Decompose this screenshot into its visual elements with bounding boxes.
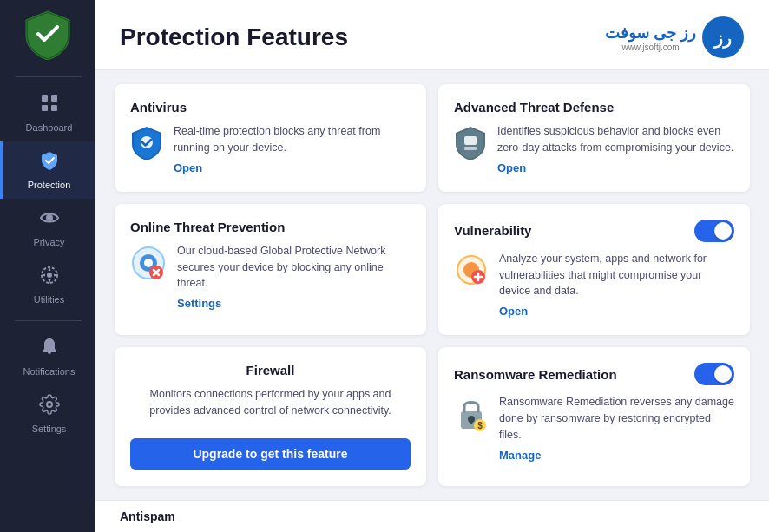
card-atd-link[interactable]: Open	[497, 161, 526, 174]
card-vulnerability-title: Vulnerability	[454, 223, 531, 238]
main-content: Protection Features رز جی سوفت www.jsoft…	[95, 0, 769, 532]
card-antivirus-title: Antivirus	[130, 100, 187, 115]
svg-rect-2	[42, 105, 48, 111]
card-ransomware-title: Ransomware Remediation	[454, 367, 617, 382]
antivirus-icon	[130, 125, 163, 163]
card-vulnerability-title-row: Vulnerability	[454, 220, 734, 242]
sidebar-item-privacy[interactable]: Privacy	[0, 199, 95, 256]
atd-icon	[454, 125, 487, 163]
sidebar-item-utilities-label: Utilities	[34, 294, 64, 305]
card-otp-title: Online Threat Prevention	[130, 220, 285, 234]
upgrade-button[interactable]: Upgrade to get this feature	[130, 438, 411, 470]
sidebar-item-settings[interactable]: Settings	[0, 385, 95, 443]
brand-logo: رز جی سوفت www.jsoftj.com رز	[605, 16, 745, 59]
card-ransomware-body: $ Ransomware Remediation reverses any da…	[454, 394, 734, 462]
utilities-icon	[39, 265, 60, 291]
card-firewall-body: Monitors connections performed by your a…	[130, 386, 411, 470]
card-atd: Advanced Threat Defense Identifies suspi…	[438, 84, 750, 192]
ransomware-toggle[interactable]	[694, 363, 734, 385]
svg-rect-24	[470, 419, 473, 424]
sidebar-item-notifications-label: Notifications	[23, 366, 76, 377]
notifications-icon	[39, 337, 60, 363]
sidebar-item-protection[interactable]: Protection	[0, 141, 95, 199]
sidebar-item-utilities[interactable]: Utilities	[0, 256, 95, 313]
card-antivirus-link[interactable]: Open	[174, 161, 202, 174]
svg-point-15	[144, 259, 153, 267]
card-antivirus-content: Real-time protection blocks any threat f…	[174, 123, 411, 175]
card-otp-text: Our cloud-based Global Protective Networ…	[177, 243, 411, 292]
sidebar-item-notifications[interactable]: Notifications	[0, 328, 95, 385]
card-otp-link[interactable]: Settings	[177, 297, 221, 310]
card-vulnerability-link[interactable]: Open	[499, 305, 528, 318]
card-ransomware: Ransomware Remediation $ Ransomware Reme…	[438, 347, 750, 486]
card-vulnerability-content: Analyze your system, apps and network fo…	[499, 251, 734, 319]
sidebar-divider-top	[15, 76, 82, 77]
card-antivirus-title-row: Antivirus	[130, 100, 411, 115]
brand-name: رز جی سوفت	[605, 23, 696, 43]
card-atd-title: Advanced Threat Defense	[454, 100, 614, 115]
sidebar: Dashboard Protection Privacy Utilities N…	[0, 0, 95, 532]
header: Protection Features رز جی سوفت www.jsoft…	[95, 0, 769, 70]
card-vulnerability-body: Analyze your system, apps and network fo…	[454, 251, 734, 319]
card-ransomware-title-row: Ransomware Remediation	[454, 363, 734, 385]
antispam-label: Antispam	[120, 509, 175, 523]
svg-text:$: $	[477, 421, 483, 430]
card-firewall-title: Firewall	[246, 363, 295, 378]
svg-point-7	[47, 402, 52, 407]
brand-icon: رز	[701, 16, 745, 59]
sidebar-item-protection-label: Protection	[28, 180, 71, 190]
card-otp-title-row: Online Threat Prevention	[130, 220, 411, 234]
card-ransomware-link[interactable]: Manage	[499, 449, 541, 462]
card-atd-text: Identifies suspicious behavior and block…	[497, 123, 734, 156]
ransomware-icon: $	[454, 396, 489, 436]
card-atd-body: Identifies suspicious behavior and block…	[454, 123, 734, 175]
card-antivirus: Antivirus Real-time protection blocks an…	[115, 84, 426, 192]
antispam-section: Antispam	[95, 500, 769, 532]
sidebar-divider-mid	[15, 320, 82, 321]
vulnerability-toggle[interactable]	[694, 220, 734, 242]
svg-point-4	[46, 214, 53, 221]
otp-icon	[130, 245, 167, 285]
svg-rect-3	[51, 105, 57, 111]
privacy-icon	[39, 207, 60, 233]
card-vulnerability-text: Analyze your system, apps and network fo…	[499, 251, 734, 299]
dashboard-icon	[39, 93, 60, 119]
card-atd-title-row: Advanced Threat Defense	[454, 100, 734, 115]
sidebar-item-dashboard[interactable]: Dashboard	[0, 84, 95, 141]
svg-rect-11	[464, 136, 477, 145]
svg-point-5	[47, 273, 52, 278]
card-antivirus-text: Real-time protection blocks any threat f…	[174, 123, 411, 156]
card-otp-content: Our cloud-based Global Protective Networ…	[177, 243, 411, 311]
card-vulnerability: Vulnerability Analyze your system, apps …	[438, 204, 750, 336]
brand-text: رز جی سوفت www.jsoftj.com	[605, 23, 696, 52]
card-ransomware-content: Ransomware Remediation reverses any dama…	[499, 394, 734, 462]
settings-icon	[39, 394, 60, 420]
cards-grid: Antivirus Real-time protection blocks an…	[95, 70, 769, 500]
brand-url: www.jsoftj.com	[605, 43, 696, 52]
card-otp: Online Threat Prevention Our cloud-based…	[115, 204, 426, 336]
svg-rect-0	[42, 95, 48, 102]
protection-icon	[39, 150, 60, 176]
card-firewall-title-row: Firewall	[130, 363, 411, 378]
card-firewall: Firewall Monitors connections performed …	[115, 347, 426, 486]
sidebar-item-privacy-label: Privacy	[33, 237, 64, 247]
card-firewall-text: Monitors connections performed by your a…	[130, 386, 411, 419]
svg-text:رز: رز	[713, 29, 732, 49]
svg-rect-1	[51, 95, 57, 102]
card-atd-content: Identifies suspicious behavior and block…	[497, 123, 734, 175]
card-otp-body: Our cloud-based Global Protective Networ…	[130, 243, 411, 311]
sidebar-item-dashboard-label: Dashboard	[26, 122, 73, 133]
card-antivirus-body: Real-time protection blocks any threat f…	[130, 123, 411, 175]
app-logo	[22, 9, 74, 61]
card-ransomware-text: Ransomware Remediation reverses any dama…	[499, 394, 734, 443]
svg-rect-12	[464, 147, 477, 150]
vulnerability-icon	[454, 253, 489, 291]
page-title: Protection Features	[120, 23, 348, 51]
sidebar-item-settings-label: Settings	[32, 424, 67, 434]
